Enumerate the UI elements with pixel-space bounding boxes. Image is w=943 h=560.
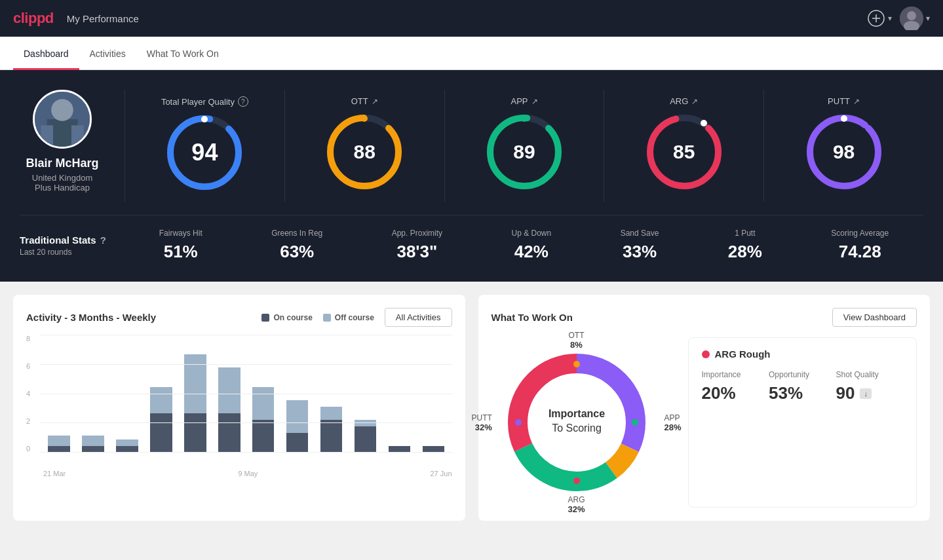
legend-off-dot [323, 314, 331, 322]
trad-stats-grid: Fairways Hit 51% Greens In Reg 63% App. … [125, 229, 923, 262]
ott-segment-label: OTT [569, 331, 585, 340]
all-activities-button[interactable]: All Activities [385, 308, 452, 327]
bar-off-4 [184, 354, 206, 413]
legend-on-course: On course [261, 313, 312, 322]
gauge-ott-title: OTT ↗ [351, 96, 378, 106]
chart-bars-container [41, 335, 452, 466]
bar-on-0 [48, 446, 70, 453]
header-right: ▾ ▾ [867, 7, 930, 30]
arg-segment-pct: 32% [568, 504, 585, 514]
stats-top: Blair McHarg United Kingdom Plus Handica… [20, 90, 923, 202]
svg-point-35 [573, 477, 580, 484]
arg-stats: Importance 20% Opportunity 53% Shot Qual… [702, 370, 904, 403]
putt-segment-label: PUTT [472, 413, 492, 422]
arg-card-name: ARG Rough [715, 348, 771, 360]
ott-label: OTT 8% [569, 331, 585, 350]
donut-chart-container: OTT 8% APP 28% ARG 32% PUTT 32% [491, 337, 662, 508]
stat-scoring-avg-label: Scoring Average [831, 229, 889, 238]
svg-point-36 [515, 419, 522, 426]
bar-group-2 [111, 439, 143, 453]
legend-off-course: Off course [323, 313, 374, 322]
y-label-8: 8 [26, 335, 41, 343]
chart-legend: On course Off course [261, 313, 374, 322]
svg-rect-9 [41, 125, 53, 147]
trad-stats-subtitle: Last 20 rounds [20, 248, 125, 257]
wtwo-content: OTT 8% APP 28% ARG 32% PUTT 32% [491, 337, 917, 508]
activity-panel: Activity - 3 Months - Weekly On course O… [13, 295, 465, 521]
y-label-2: 2 [26, 417, 41, 425]
add-circle-icon [867, 9, 885, 28]
view-dashboard-button[interactable]: View Dashboard [832, 308, 917, 327]
arg-label: ARG 32% [568, 495, 585, 514]
wtwo-title: What To Work On [491, 312, 573, 323]
bar-group-10 [384, 446, 415, 453]
trad-stats-title: Traditional Stats ? [20, 234, 125, 246]
arg-stat-importance: Importance 20% [702, 370, 769, 403]
add-button[interactable]: ▾ [867, 9, 892, 28]
bar-group-4 [180, 354, 211, 453]
svg-text:Importance: Importance [548, 408, 604, 419]
stat-1-putt-label: 1 Putt [728, 229, 762, 238]
arg-opportunity-label: Opportunity [769, 370, 836, 379]
tab-dashboard[interactable]: Dashboard [13, 37, 79, 70]
gauge-total-value: 94 [191, 139, 218, 166]
gauge-arg-title: ARG ↗ [670, 96, 698, 106]
bar-off-5 [218, 367, 241, 413]
bar-group-0 [43, 436, 75, 453]
tab-activities[interactable]: Activities [79, 37, 136, 70]
bar-group-1 [77, 436, 109, 453]
tab-what-to-work-on[interactable]: What To Work On [136, 37, 229, 70]
arg-stat-shot-quality: Shot Quality 90 ↓ [836, 370, 904, 403]
total-help-icon[interactable]: ? [238, 96, 248, 107]
gauge-app-title: APP ↗ [510, 96, 537, 106]
add-chevron: ▾ [888, 14, 892, 23]
stat-fairways-value: 51% [159, 242, 202, 262]
legend-on-label: On course [273, 313, 312, 322]
player-photo [35, 92, 90, 147]
bar-on-10 [389, 446, 411, 453]
y-label-6: 6 [26, 362, 41, 370]
chart-bars [41, 335, 452, 453]
bar-on-3 [150, 413, 172, 453]
arg-opportunity-value: 53% [769, 383, 836, 403]
bar-on-6 [252, 420, 275, 453]
user-avatar-wrapper[interactable]: ▾ [900, 7, 930, 30]
bottom-panels: Activity - 3 Months - Weekly On course O… [0, 282, 943, 534]
stat-app-prox-label: App. Proximity [392, 229, 442, 238]
bar-group-8 [316, 407, 347, 453]
gauge-arg-circle: 85 [642, 109, 727, 195]
wtwo-header: What To Work On View Dashboard [491, 308, 917, 327]
arg-arrow-icon: ↗ [691, 97, 698, 106]
gauge-app-value: 89 [513, 141, 535, 163]
stat-1-putt: 1 Putt 28% [728, 229, 762, 262]
bar-off-2 [116, 439, 138, 446]
quality-gauges: Total Player Quality ? 94 OTT ↗ [125, 90, 923, 202]
bar-group-6 [248, 387, 279, 453]
avatar-image [900, 7, 923, 30]
activity-header: Activity - 3 Months - Weekly On course O… [26, 308, 452, 327]
stat-up-down: Up & Down 42% [512, 229, 552, 262]
arg-segment-label: ARG [568, 495, 585, 504]
trad-help-icon[interactable]: ? [100, 234, 106, 246]
stat-sand-save: Sand Save 33% [621, 229, 659, 262]
y-axis: 0 2 4 6 8 [26, 335, 41, 453]
stat-greens-reg: Greens In Reg 63% [271, 229, 322, 262]
player-country: United Kingdom [32, 173, 93, 183]
x-label-mar: 21 Mar [43, 470, 66, 477]
header: clippd My Performance ▾ ▾ [0, 0, 943, 37]
legend-on-dot [261, 314, 269, 322]
svg-rect-10 [71, 125, 84, 147]
gauge-total-title: Total Player Quality ? [161, 96, 248, 107]
svg-point-33 [573, 361, 580, 367]
shot-quality-badge: ↓ [860, 388, 872, 399]
app-arrow-icon: ↗ [531, 97, 538, 106]
traditional-stats: Traditional Stats ? Last 20 rounds Fairw… [20, 215, 923, 262]
donut-svg: Importance To Scoring [498, 344, 655, 501]
gauge-total: Total Player Quality ? 94 [125, 90, 285, 202]
stat-fairways-hit: Fairways Hit 51% [159, 229, 202, 262]
bar-on-4 [184, 413, 206, 453]
bar-off-0 [48, 436, 70, 446]
arg-card-title: ARG Rough [702, 348, 904, 360]
bar-on-8 [320, 420, 343, 453]
y-label-4: 4 [26, 390, 41, 398]
